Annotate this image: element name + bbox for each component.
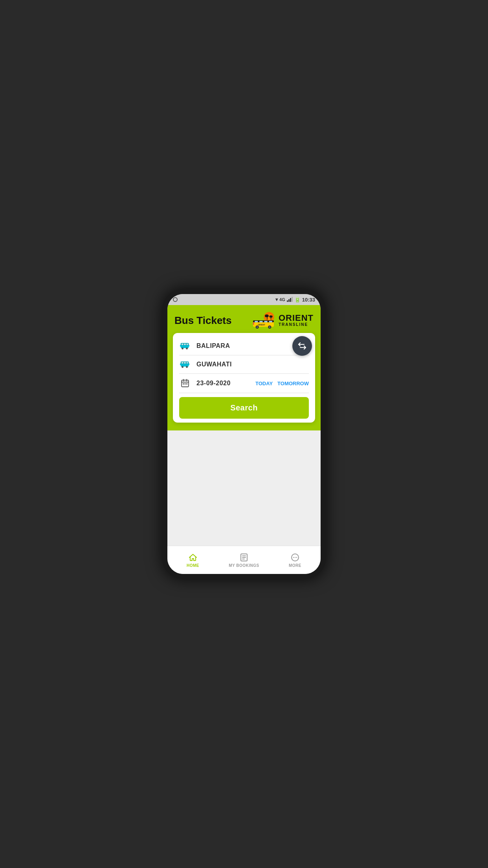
bookings-icon [239, 553, 249, 562]
nav-item-home[interactable]: HOME [167, 550, 218, 571]
svg-point-38 [182, 367, 183, 368]
wifi-icon: ▾ [275, 297, 278, 302]
date-field-row[interactable]: 23-09-2020 TODAY TOMORROW [179, 374, 309, 393]
status-left [173, 297, 178, 302]
svg-rect-24 [184, 344, 186, 345]
svg-rect-36 [187, 362, 188, 364]
search-button[interactable]: Search [179, 397, 309, 419]
more-icon [290, 553, 300, 562]
to-field-row[interactable]: GUWAHATI [179, 355, 309, 374]
svg-rect-23 [182, 344, 183, 345]
from-field-row[interactable]: BALIPARA [179, 337, 309, 355]
logo-transline-text: TRANSLINE [279, 322, 314, 327]
phone-screen: ▾ 4G 🔋 10:33 Bus Tickets [167, 294, 321, 574]
to-value: GUWAHATI [196, 361, 309, 368]
date-shortcuts: TODAY TOMORROW [255, 381, 309, 386]
signal-icon [287, 297, 293, 302]
nav-item-more[interactable]: MORE [270, 550, 321, 571]
to-bus-icon [179, 360, 191, 369]
time-label: 10:33 [302, 297, 315, 303]
status-right: ▾ 4G 🔋 10:33 [275, 297, 315, 303]
network-label: 4G [279, 297, 285, 302]
svg-rect-44 [183, 383, 184, 384]
svg-point-49 [293, 557, 294, 557]
svg-point-29 [187, 348, 187, 349]
logo-area: ORIENT ORIENT TRANSLINE [251, 311, 314, 329]
nav-label-bookings: MY BOOKINGS [229, 563, 259, 568]
date-value: 23-09-2020 [196, 380, 255, 387]
nav-item-bookings[interactable]: MY BOOKINGS [218, 550, 270, 571]
bottom-nav: HOME MY BOOKINGS MORE [167, 546, 321, 574]
svg-point-50 [295, 557, 295, 557]
search-card: BALIPARA [173, 333, 315, 423]
svg-rect-18 [253, 322, 254, 325]
status-bar: ▾ 4G 🔋 10:33 [167, 294, 321, 305]
svg-rect-45 [185, 383, 186, 384]
svg-rect-30 [180, 345, 181, 347]
svg-rect-31 [189, 345, 189, 347]
svg-rect-11 [259, 321, 262, 322]
battery-icon: 🔋 [294, 297, 301, 303]
svg-point-15 [257, 326, 258, 327]
svg-rect-35 [184, 362, 186, 364]
swap-icon [297, 341, 307, 351]
svg-rect-12 [264, 321, 267, 322]
app-title: Bus Tickets [174, 315, 231, 326]
svg-point-51 [296, 557, 297, 557]
svg-rect-46 [186, 383, 187, 384]
logo-orient-text: ORIENT [279, 314, 314, 322]
svg-point-17 [269, 326, 270, 327]
today-button[interactable]: TODAY [255, 381, 273, 386]
search-card-wrapper: BALIPARA [167, 333, 321, 430]
home-icon [188, 553, 198, 562]
svg-point-27 [182, 348, 183, 349]
svg-rect-41 [180, 363, 181, 365]
from-bus-icon [179, 342, 191, 350]
svg-rect-25 [187, 344, 188, 345]
tomorrow-button[interactable]: TOMORROW [277, 381, 309, 386]
svg-rect-42 [189, 363, 189, 365]
app-header: Bus Tickets [167, 305, 321, 333]
orient-bus-logo: ORIENT [251, 311, 277, 329]
svg-rect-19 [273, 322, 273, 325]
svg-rect-10 [255, 321, 258, 322]
nav-label-home: HOME [187, 563, 199, 568]
nav-label-more: MORE [289, 563, 301, 568]
main-content [167, 430, 321, 546]
phone-frame: ▾ 4G 🔋 10:33 Bus Tickets [163, 289, 325, 579]
svg-rect-13 [269, 321, 272, 322]
svg-text:ORIENT: ORIENT [258, 324, 265, 326]
calendar-icon [179, 379, 191, 388]
swap-button[interactable] [292, 336, 312, 356]
camera-icon [173, 297, 178, 302]
svg-rect-34 [182, 362, 183, 364]
svg-point-40 [187, 367, 187, 368]
logo-text-area: ORIENT TRANSLINE [279, 314, 314, 327]
